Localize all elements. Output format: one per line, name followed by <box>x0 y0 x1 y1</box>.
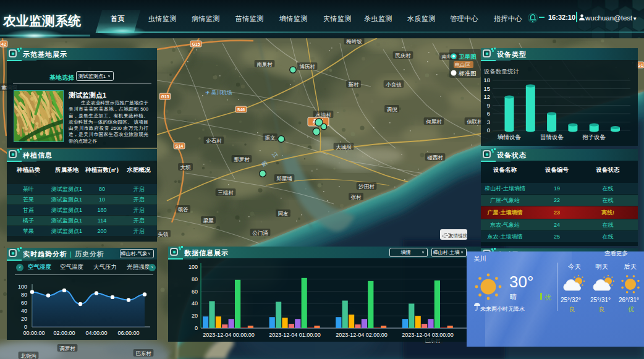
svg-text:00:00:00: 00:00:00 <box>23 330 44 336</box>
svg-text:2023-12-04 03:00:00: 2023-12-04 03:00:00 <box>402 332 454 338</box>
svg-text:博历村: 博历村 <box>299 64 315 70</box>
svg-text:同友: 同友 <box>278 211 289 217</box>
svg-text:沙田村: 沙田村 <box>358 184 375 190</box>
svg-text:新村: 新村 <box>349 82 360 88</box>
svg-text:振文: 振文 <box>265 135 276 141</box>
svg-text:0: 0 <box>487 127 490 133</box>
svg-text:孢子设备: 孢子设备 <box>582 133 606 140</box>
svg-text:何屋村: 何屋村 <box>425 119 442 125</box>
svg-text:梁屋: 梁屋 <box>203 218 214 224</box>
svg-text:南巢村: 南巢村 <box>256 61 273 67</box>
svg-text:80: 80 <box>192 276 198 282</box>
svg-text:40: 40 <box>21 308 27 314</box>
svg-text:梅岭坡: 梅岭坡 <box>345 38 362 44</box>
svg-text:60: 60 <box>192 289 198 295</box>
svg-text:20: 20 <box>21 316 27 322</box>
svg-text:42: 42 <box>1 42 6 46</box>
svg-text:公门涌: 公门涌 <box>252 230 268 236</box>
svg-text:调罗村: 调罗村 <box>59 345 75 352</box>
svg-text:那罗村: 那罗村 <box>234 156 250 163</box>
svg-text:3: 3 <box>487 119 490 125</box>
svg-text:04:00:00: 04:00:00 <box>85 330 107 336</box>
svg-text:碰西村: 碰西村 <box>426 154 443 161</box>
svg-text:20: 20 <box>192 313 198 319</box>
svg-text:标准图: 标准图 <box>458 70 477 77</box>
svg-text:水清村: 水清村 <box>315 112 331 118</box>
svg-text:60: 60 <box>21 300 27 306</box>
svg-text:100: 100 <box>18 284 27 290</box>
svg-text:80: 80 <box>21 292 27 298</box>
svg-text:12: 12 <box>483 93 490 100</box>
svg-text:北尧沟: 北尧沟 <box>20 353 36 359</box>
svg-text:电白区: 电白区 <box>455 62 471 68</box>
svg-text:2023-12-04 00:00:00: 2023-12-04 00:00:00 <box>203 332 255 338</box>
svg-text:G1: G1 <box>637 63 643 67</box>
svg-text:40: 40 <box>192 300 198 306</box>
svg-text:三端村: 三端村 <box>218 190 234 196</box>
svg-text:企石村: 企石村 <box>206 138 222 144</box>
svg-text:头镇: 头镇 <box>158 231 169 237</box>
svg-text:S46: S46 <box>237 108 245 112</box>
svg-text:民庆村: 民庆村 <box>395 53 411 59</box>
svg-text:邱屋埔: 邱屋埔 <box>276 175 292 182</box>
svg-text:S14: S14 <box>176 144 184 148</box>
svg-text:15: 15 <box>483 85 490 92</box>
svg-text:大城坝: 大城坝 <box>336 144 352 150</box>
svg-text:巴东村: 巴东村 <box>135 350 151 357</box>
svg-text:墒情设备: 墒情设备 <box>497 133 522 140</box>
svg-text:苗情设备: 苗情设备 <box>540 133 564 140</box>
svg-text:G15: G15 <box>161 95 169 99</box>
svg-text:2023-12-04 02:00:00: 2023-12-04 02:00:00 <box>336 332 388 338</box>
svg-text:02:00:00: 02:00:00 <box>53 330 75 336</box>
svg-text:友情链接: 友情链接 <box>449 233 468 239</box>
svg-text:18: 18 <box>483 77 490 83</box>
svg-text:张村: 张村 <box>351 194 362 200</box>
svg-text:6: 6 <box>487 110 490 117</box>
svg-text:9: 9 <box>487 102 490 109</box>
svg-text:大坝: 大坝 <box>180 164 192 171</box>
svg-text:100: 100 <box>189 264 198 270</box>
svg-text:调倪: 调倪 <box>387 106 398 112</box>
svg-text:G15: G15 <box>192 42 200 46</box>
svg-text:2023-12-04 01:00:00: 2023-12-04 01:00:00 <box>269 332 321 338</box>
svg-text:0: 0 <box>24 324 27 330</box>
svg-text:颂谷: 颂谷 <box>178 206 189 213</box>
svg-text:小良镇: 小良镇 <box>386 82 402 88</box>
svg-text:✈ 吴川机场: ✈ 吴川机场 <box>205 90 232 96</box>
svg-text:0: 0 <box>195 325 198 331</box>
svg-text:卫星图: 卫星图 <box>459 53 477 60</box>
svg-text:06:00:00: 06:00:00 <box>117 330 139 336</box>
